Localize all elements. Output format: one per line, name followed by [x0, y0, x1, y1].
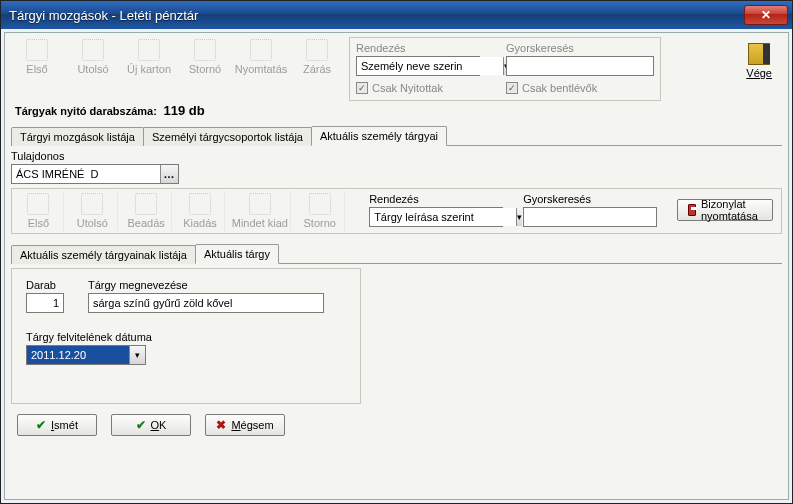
sub-last-label: Utolsó	[77, 217, 108, 229]
current-item-form: Darab Tárgy megnevezése Tárgy felvitelén…	[11, 268, 361, 404]
sort-label: Rendezés	[356, 42, 480, 54]
item-name-input[interactable]	[88, 293, 324, 313]
qty-label: Darab	[26, 279, 64, 291]
close-button[interactable]: Zárás	[291, 39, 343, 95]
window-close-button[interactable]: ✕	[744, 5, 788, 25]
item-date-label: Tárgy felvitelének dátuma	[26, 331, 346, 343]
main-tabs: Tárgyi mozgások listája Személyi tárgycs…	[11, 124, 782, 146]
new-card-button[interactable]: Új karton	[123, 39, 175, 95]
deposit-button[interactable]: Beadás	[122, 191, 172, 231]
top-sort-box: Rendezés ▾ ✓ Csak Nyitottak Gyorskeresés	[349, 37, 661, 101]
item-date-picker[interactable]: 2011.12.20 ▾	[26, 345, 146, 365]
print-icon	[250, 39, 272, 61]
owner-label: Tulajdonos	[11, 150, 782, 162]
last-button[interactable]: Utolsó	[67, 39, 119, 95]
tab-current-item[interactable]: Aktuális tárgy	[195, 244, 279, 264]
plus-icon	[135, 193, 157, 215]
top-toolbar: Első Utolsó Új karton Stornó Nyomtatás Z…	[11, 37, 343, 101]
print-receipt-button[interactable]: Bizonylat nyomtatása	[677, 199, 773, 221]
cross-icon: ✖	[216, 418, 226, 432]
qty-input[interactable]	[26, 293, 64, 313]
count-value: 119 db	[164, 103, 205, 118]
check-icon	[306, 39, 328, 61]
title-bar: Tárgyi mozgások - Letéti pénztár ✕	[1, 1, 792, 29]
check-icon: ✔	[136, 418, 146, 432]
sort-select-value[interactable]	[357, 57, 503, 75]
item-name-label: Tárgy megnevezése	[88, 279, 324, 291]
sub-toolbar: Első Utolsó Beadás Kiadás Mindet kiad St…	[11, 188, 782, 234]
ok-button[interactable]: ✔ OK	[111, 414, 191, 436]
bottom-button-bar: ✔ Ismét ✔ OK ✖ Mégsem	[11, 404, 782, 446]
check-icon: ✔	[36, 418, 46, 432]
checkbox-checked-icon: ✓	[356, 82, 368, 94]
withdraw-label: Kiadás	[183, 217, 217, 229]
last-icon	[81, 193, 103, 215]
sort-select[interactable]: ▾	[356, 56, 480, 76]
minus-icon	[189, 193, 211, 215]
sub-storno-label: Storno	[303, 217, 335, 229]
tab-current-person-items[interactable]: Aktuális személy tárgyai	[311, 126, 447, 146]
first-icon	[27, 193, 49, 215]
print-label: Nyomtatás	[235, 63, 288, 75]
owner-input[interactable]	[12, 165, 160, 183]
quicksearch-input[interactable]	[506, 56, 654, 76]
ellipsis-icon[interactable]: …	[160, 165, 178, 183]
withdraw-all-label: Mindet kiad	[232, 217, 288, 229]
sub-first-button[interactable]: Első	[14, 191, 64, 231]
repeat-label: Ismét	[51, 419, 78, 431]
storno-icon	[194, 39, 216, 61]
door-icon	[748, 43, 770, 65]
deposit-label: Beadás	[127, 217, 164, 229]
last-label: Utolsó	[77, 63, 108, 75]
first-label: Első	[26, 63, 47, 75]
tab-movements-list[interactable]: Tárgyi mozgások listája	[11, 127, 144, 146]
sub-sort-value[interactable]	[370, 208, 516, 226]
first-icon	[26, 39, 48, 61]
printer-icon	[688, 204, 696, 216]
cancel-label: Mégsem	[231, 419, 273, 431]
count-prefix: Tárgyak nyitó darabszáma:	[15, 105, 157, 117]
double-minus-icon	[249, 193, 271, 215]
new-card-label: Új karton	[127, 63, 171, 75]
withdraw-all-button[interactable]: Mindet kiad	[229, 191, 291, 231]
print-button[interactable]: Nyomtatás	[235, 39, 287, 95]
sub-last-button[interactable]: Utolsó	[68, 191, 118, 231]
withdraw-button[interactable]: Kiadás	[176, 191, 226, 231]
chevron-down-icon: ▾	[129, 346, 145, 364]
storno-icon	[309, 193, 331, 215]
chevron-down-icon: ▾	[516, 208, 522, 226]
sub-quicksearch-label: Gyorskeresés	[523, 193, 657, 205]
tab-current-items-list[interactable]: Aktuális személy tárgyainak listája	[11, 245, 196, 264]
new-card-icon	[138, 39, 160, 61]
sub-storno-button[interactable]: Storno	[295, 191, 345, 231]
close-icon: ✕	[761, 8, 771, 22]
print-receipt-label: Bizonylat nyomtatása	[701, 198, 762, 222]
count-line: Tárgyak nyitó darabszáma: 119 db	[11, 101, 782, 124]
only-open-label: Csak Nyitottak	[372, 82, 443, 94]
first-button[interactable]: Első	[11, 39, 63, 95]
exit-label: Vége	[746, 67, 772, 79]
cancel-button[interactable]: ✖ Mégsem	[205, 414, 285, 436]
last-icon	[82, 39, 104, 61]
sub-first-label: Első	[28, 217, 49, 229]
only-inside-label: Csak bentlévők	[522, 82, 597, 94]
owner-lookup[interactable]: …	[11, 164, 179, 184]
storno-label: Stornó	[189, 63, 221, 75]
storno-button[interactable]: Stornó	[179, 39, 231, 95]
item-date-value: 2011.12.20	[27, 346, 129, 364]
sub-sort-label: Rendezés	[369, 193, 503, 205]
exit-button[interactable]: Vége	[746, 43, 772, 79]
window-title: Tárgyi mozgások - Letéti pénztár	[9, 8, 742, 23]
quicksearch-label: Gyorskeresés	[506, 42, 654, 54]
inner-tabs: Aktuális személy tárgyainak listája Aktu…	[11, 242, 782, 264]
ok-label: OK	[151, 419, 167, 431]
sub-quicksearch-input[interactable]	[523, 207, 657, 227]
checkbox-checked-icon: ✓	[506, 82, 518, 94]
tab-personal-groups[interactable]: Személyi tárgycsoportok listája	[143, 127, 312, 146]
repeat-button[interactable]: ✔ Ismét	[17, 414, 97, 436]
close-label: Zárás	[303, 63, 331, 75]
window: Tárgyi mozgások - Letéti pénztár ✕ Vége …	[0, 0, 793, 504]
only-open-checkbox[interactable]: ✓ Csak Nyitottak	[356, 82, 480, 94]
only-inside-checkbox[interactable]: ✓ Csak bentlévők	[506, 82, 654, 94]
sub-sort-select[interactable]: ▾	[369, 207, 503, 227]
